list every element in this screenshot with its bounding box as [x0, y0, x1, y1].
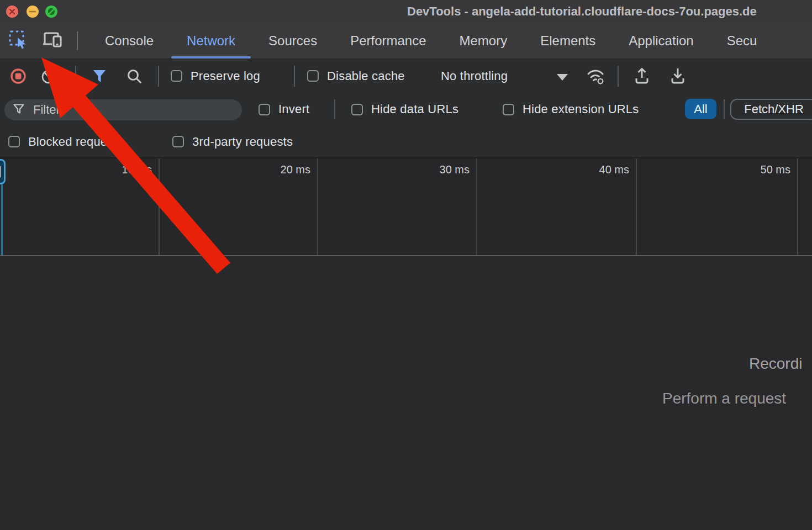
tab-memory[interactable]: Memory: [443, 23, 524, 59]
invert-checkbox[interactable]: [259, 104, 270, 115]
tab-network[interactable]: Network: [170, 23, 252, 59]
divider: [158, 66, 159, 87]
throttling-value: No throttling: [441, 69, 508, 83]
hide-extension-urls-control: Hide extension URLs: [503, 93, 639, 126]
divider: [294, 66, 295, 87]
export-har-button[interactable]: [669, 66, 687, 87]
gridline: [159, 158, 160, 255]
search-icon: [126, 68, 143, 87]
chevron-down-icon[interactable]: [557, 74, 568, 81]
funnel-icon: [91, 68, 108, 87]
network-filter-bar: Invert Hide data URLs Hide extension URL…: [0, 93, 812, 126]
ruler-tick-label: 50 ms: [709, 163, 790, 176]
third-party-requests-checkbox[interactable]: [172, 136, 184, 147]
download-icon: [669, 66, 687, 87]
funnel-icon: [12, 102, 25, 118]
search-button[interactable]: [126, 68, 143, 87]
tab-performance[interactable]: Performance: [334, 23, 442, 59]
blocked-requests-control: Blocked requests: [8, 126, 123, 157]
hide-data-urls-control: Hide data URLs: [351, 93, 458, 126]
blocked-requests-checkbox[interactable]: [8, 136, 20, 147]
clear-icon: [41, 69, 56, 87]
empty-state-hint-text: Perform a request: [662, 390, 786, 407]
gridline: [476, 158, 477, 255]
window-zoom-button[interactable]: [45, 6, 57, 18]
device-toolbar-icon: [41, 29, 64, 52]
record-network-log-button[interactable]: [10, 68, 27, 87]
network-conditions-button[interactable]: [584, 66, 608, 89]
window-close-button[interactable]: [6, 6, 18, 18]
hide-data-urls-label: Hide data URLs: [371, 102, 458, 116]
request-blocking-bar: Blocked requests 3rd-party requests: [0, 126, 812, 158]
disable-cache-checkbox[interactable]: [307, 70, 319, 82]
third-party-requests-control: 3rd-party requests: [172, 126, 293, 157]
tab-security[interactable]: Secu: [710, 23, 774, 59]
tab-elements[interactable]: Elements: [524, 23, 612, 59]
tab-console[interactable]: Console: [88, 23, 170, 59]
tab-sources[interactable]: Sources: [252, 23, 334, 59]
disable-cache-label: Disable cache: [327, 69, 405, 83]
gridline: [317, 158, 318, 255]
wifi-gear-icon: [584, 66, 608, 89]
inspect-cursor-icon: [8, 29, 29, 52]
divider: [77, 31, 78, 50]
hide-data-urls-checkbox[interactable]: [351, 104, 363, 115]
timeline-origin-marker: [0, 159, 6, 184]
preserve-log-control: Preserve log: [171, 59, 260, 93]
devtools-window: DevTools - angela-add-tutorial.cloudflar…: [0, 0, 812, 530]
network-toolbar: Preserve log Disable cache No throttling: [0, 59, 812, 93]
titlebar: DevTools - angela-add-tutorial.cloudflar…: [0, 0, 812, 23]
blocked-requests-label: Blocked requests: [28, 135, 123, 149]
toggle-device-toolbar-button[interactable]: [41, 30, 64, 52]
tab-application[interactable]: Application: [612, 23, 710, 59]
inspect-element-button[interactable]: [7, 30, 29, 52]
gridline: [797, 158, 798, 255]
upload-icon: [633, 66, 651, 87]
request-type-chip-all[interactable]: All: [685, 99, 716, 119]
ruler-tick-label: 30 ms: [388, 163, 470, 176]
hide-extension-urls-label: Hide extension URLs: [523, 102, 639, 116]
filter-input-wrapper: [4, 99, 242, 120]
hide-extension-urls-checkbox[interactable]: [503, 104, 514, 115]
preserve-log-label: Preserve log: [191, 69, 260, 83]
filter-input[interactable]: [32, 102, 234, 118]
stop-record-icon: [10, 68, 27, 87]
throttling-dropdown[interactable]: No throttling: [441, 59, 508, 93]
devtools-tab-bar: Console Network Sources Performance Memo…: [0, 23, 812, 59]
import-har-button[interactable]: [633, 66, 651, 87]
ruler-tick-label: 40 ms: [547, 163, 629, 176]
filter-toggle-button[interactable]: [91, 68, 108, 87]
divider: [724, 99, 725, 119]
network-overview-ruler[interactable]: 10 ms 20 ms 30 ms 40 ms 50 ms: [0, 158, 812, 256]
request-type-chip-fetch-xhr[interactable]: Fetch/XHR: [730, 99, 812, 120]
divider: [334, 99, 335, 119]
divider: [618, 66, 619, 87]
third-party-requests-label: 3rd-party requests: [192, 135, 293, 149]
disable-cache-control: Disable cache: [307, 59, 405, 93]
window-title: DevTools - angela-add-tutorial.cloudflar…: [407, 0, 757, 23]
preserve-log-checkbox[interactable]: [171, 70, 182, 82]
ruler-tick-label: 10 ms: [70, 163, 152, 176]
window-minimize-button[interactable]: [27, 6, 39, 18]
invert-label: Invert: [278, 102, 309, 116]
panel-tabs: Console Network Sources Performance Memo…: [88, 23, 773, 59]
divider: [75, 66, 76, 87]
timeline-origin-line: [1, 184, 3, 255]
gridline: [636, 158, 637, 255]
ruler-tick-label: 20 ms: [229, 163, 310, 176]
clear-network-log-button[interactable]: [41, 69, 56, 87]
recording-status-text: Recordi: [749, 355, 802, 373]
invert-control: Invert: [259, 93, 309, 126]
